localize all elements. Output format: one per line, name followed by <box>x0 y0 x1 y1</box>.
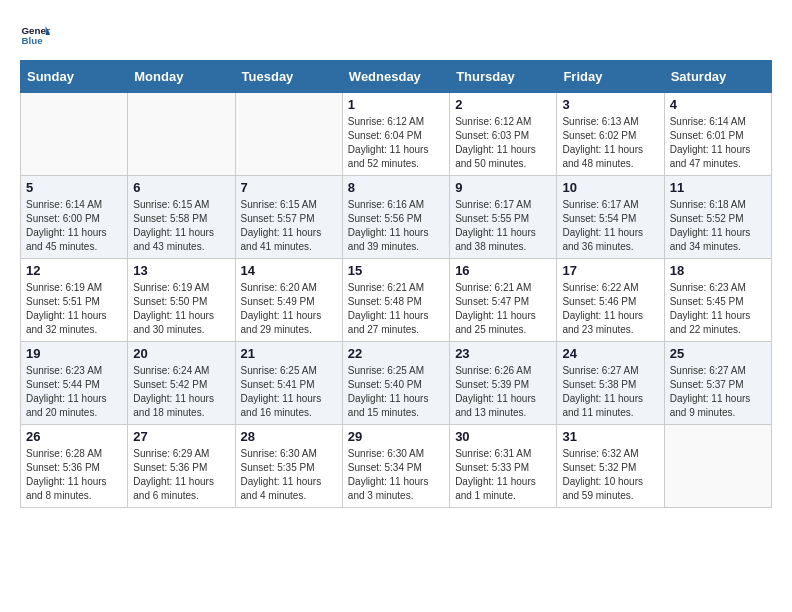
calendar-cell: 9Sunrise: 6:17 AMSunset: 5:55 PMDaylight… <box>450 176 557 259</box>
day-info: Sunrise: 6:14 AMSunset: 6:00 PMDaylight:… <box>26 198 122 254</box>
weekday-header-tuesday: Tuesday <box>235 61 342 93</box>
day-info: Sunrise: 6:23 AMSunset: 5:44 PMDaylight:… <box>26 364 122 420</box>
calendar-cell: 5Sunrise: 6:14 AMSunset: 6:00 PMDaylight… <box>21 176 128 259</box>
calendar-cell: 12Sunrise: 6:19 AMSunset: 5:51 PMDayligh… <box>21 259 128 342</box>
calendar-cell: 21Sunrise: 6:25 AMSunset: 5:41 PMDayligh… <box>235 342 342 425</box>
day-number: 16 <box>455 263 551 278</box>
logo: General Blue <box>20 20 54 50</box>
calendar-cell: 11Sunrise: 6:18 AMSunset: 5:52 PMDayligh… <box>664 176 771 259</box>
day-number: 11 <box>670 180 766 195</box>
day-number: 8 <box>348 180 444 195</box>
calendar-week-row: 1Sunrise: 6:12 AMSunset: 6:04 PMDaylight… <box>21 93 772 176</box>
calendar-cell: 29Sunrise: 6:30 AMSunset: 5:34 PMDayligh… <box>342 425 449 508</box>
day-info: Sunrise: 6:17 AMSunset: 5:55 PMDaylight:… <box>455 198 551 254</box>
weekday-header-sunday: Sunday <box>21 61 128 93</box>
day-info: Sunrise: 6:25 AMSunset: 5:40 PMDaylight:… <box>348 364 444 420</box>
calendar-header-row: SundayMondayTuesdayWednesdayThursdayFrid… <box>21 61 772 93</box>
calendar-cell: 2Sunrise: 6:12 AMSunset: 6:03 PMDaylight… <box>450 93 557 176</box>
day-number: 29 <box>348 429 444 444</box>
calendar-cell <box>235 93 342 176</box>
day-info: Sunrise: 6:15 AMSunset: 5:57 PMDaylight:… <box>241 198 337 254</box>
day-number: 15 <box>348 263 444 278</box>
day-number: 19 <box>26 346 122 361</box>
day-number: 21 <box>241 346 337 361</box>
day-number: 20 <box>133 346 229 361</box>
calendar-cell: 30Sunrise: 6:31 AMSunset: 5:33 PMDayligh… <box>450 425 557 508</box>
logo-icon: General Blue <box>20 20 50 50</box>
weekday-header-saturday: Saturday <box>664 61 771 93</box>
calendar-week-row: 12Sunrise: 6:19 AMSunset: 5:51 PMDayligh… <box>21 259 772 342</box>
calendar-cell: 23Sunrise: 6:26 AMSunset: 5:39 PMDayligh… <box>450 342 557 425</box>
calendar-cell: 15Sunrise: 6:21 AMSunset: 5:48 PMDayligh… <box>342 259 449 342</box>
day-number: 14 <box>241 263 337 278</box>
day-info: Sunrise: 6:26 AMSunset: 5:39 PMDaylight:… <box>455 364 551 420</box>
day-info: Sunrise: 6:21 AMSunset: 5:47 PMDaylight:… <box>455 281 551 337</box>
day-number: 2 <box>455 97 551 112</box>
day-number: 7 <box>241 180 337 195</box>
weekday-header-friday: Friday <box>557 61 664 93</box>
day-info: Sunrise: 6:16 AMSunset: 5:56 PMDaylight:… <box>348 198 444 254</box>
day-info: Sunrise: 6:14 AMSunset: 6:01 PMDaylight:… <box>670 115 766 171</box>
day-number: 28 <box>241 429 337 444</box>
day-info: Sunrise: 6:19 AMSunset: 5:51 PMDaylight:… <box>26 281 122 337</box>
calendar-cell <box>21 93 128 176</box>
calendar-table: SundayMondayTuesdayWednesdayThursdayFrid… <box>20 60 772 508</box>
day-number: 27 <box>133 429 229 444</box>
svg-text:Blue: Blue <box>22 35 44 46</box>
day-info: Sunrise: 6:17 AMSunset: 5:54 PMDaylight:… <box>562 198 658 254</box>
day-info: Sunrise: 6:25 AMSunset: 5:41 PMDaylight:… <box>241 364 337 420</box>
day-info: Sunrise: 6:29 AMSunset: 5:36 PMDaylight:… <box>133 447 229 503</box>
day-info: Sunrise: 6:13 AMSunset: 6:02 PMDaylight:… <box>562 115 658 171</box>
day-number: 1 <box>348 97 444 112</box>
calendar-cell: 16Sunrise: 6:21 AMSunset: 5:47 PMDayligh… <box>450 259 557 342</box>
day-info: Sunrise: 6:24 AMSunset: 5:42 PMDaylight:… <box>133 364 229 420</box>
day-number: 22 <box>348 346 444 361</box>
day-info: Sunrise: 6:30 AMSunset: 5:34 PMDaylight:… <box>348 447 444 503</box>
day-info: Sunrise: 6:22 AMSunset: 5:46 PMDaylight:… <box>562 281 658 337</box>
calendar-cell: 1Sunrise: 6:12 AMSunset: 6:04 PMDaylight… <box>342 93 449 176</box>
day-number: 17 <box>562 263 658 278</box>
day-info: Sunrise: 6:31 AMSunset: 5:33 PMDaylight:… <box>455 447 551 503</box>
day-number: 3 <box>562 97 658 112</box>
day-number: 30 <box>455 429 551 444</box>
calendar-cell: 3Sunrise: 6:13 AMSunset: 6:02 PMDaylight… <box>557 93 664 176</box>
calendar-week-row: 5Sunrise: 6:14 AMSunset: 6:00 PMDaylight… <box>21 176 772 259</box>
calendar-cell: 19Sunrise: 6:23 AMSunset: 5:44 PMDayligh… <box>21 342 128 425</box>
calendar-cell: 25Sunrise: 6:27 AMSunset: 5:37 PMDayligh… <box>664 342 771 425</box>
calendar-week-row: 19Sunrise: 6:23 AMSunset: 5:44 PMDayligh… <box>21 342 772 425</box>
day-number: 6 <box>133 180 229 195</box>
calendar-cell: 6Sunrise: 6:15 AMSunset: 5:58 PMDaylight… <box>128 176 235 259</box>
day-info: Sunrise: 6:27 AMSunset: 5:37 PMDaylight:… <box>670 364 766 420</box>
calendar-cell: 18Sunrise: 6:23 AMSunset: 5:45 PMDayligh… <box>664 259 771 342</box>
calendar-cell: 28Sunrise: 6:30 AMSunset: 5:35 PMDayligh… <box>235 425 342 508</box>
day-number: 4 <box>670 97 766 112</box>
day-number: 25 <box>670 346 766 361</box>
calendar-cell: 13Sunrise: 6:19 AMSunset: 5:50 PMDayligh… <box>128 259 235 342</box>
calendar-cell: 31Sunrise: 6:32 AMSunset: 5:32 PMDayligh… <box>557 425 664 508</box>
calendar-cell <box>664 425 771 508</box>
day-number: 9 <box>455 180 551 195</box>
calendar-week-row: 26Sunrise: 6:28 AMSunset: 5:36 PMDayligh… <box>21 425 772 508</box>
day-number: 24 <box>562 346 658 361</box>
calendar-cell: 14Sunrise: 6:20 AMSunset: 5:49 PMDayligh… <box>235 259 342 342</box>
day-info: Sunrise: 6:19 AMSunset: 5:50 PMDaylight:… <box>133 281 229 337</box>
day-number: 18 <box>670 263 766 278</box>
weekday-header-monday: Monday <box>128 61 235 93</box>
weekday-header-thursday: Thursday <box>450 61 557 93</box>
day-info: Sunrise: 6:30 AMSunset: 5:35 PMDaylight:… <box>241 447 337 503</box>
day-info: Sunrise: 6:23 AMSunset: 5:45 PMDaylight:… <box>670 281 766 337</box>
calendar-cell: 24Sunrise: 6:27 AMSunset: 5:38 PMDayligh… <box>557 342 664 425</box>
calendar-cell: 8Sunrise: 6:16 AMSunset: 5:56 PMDaylight… <box>342 176 449 259</box>
day-info: Sunrise: 6:20 AMSunset: 5:49 PMDaylight:… <box>241 281 337 337</box>
calendar-cell: 22Sunrise: 6:25 AMSunset: 5:40 PMDayligh… <box>342 342 449 425</box>
calendar-cell: 20Sunrise: 6:24 AMSunset: 5:42 PMDayligh… <box>128 342 235 425</box>
day-number: 26 <box>26 429 122 444</box>
calendar-cell: 26Sunrise: 6:28 AMSunset: 5:36 PMDayligh… <box>21 425 128 508</box>
day-number: 31 <box>562 429 658 444</box>
calendar-cell: 4Sunrise: 6:14 AMSunset: 6:01 PMDaylight… <box>664 93 771 176</box>
calendar-cell <box>128 93 235 176</box>
day-info: Sunrise: 6:32 AMSunset: 5:32 PMDaylight:… <box>562 447 658 503</box>
day-info: Sunrise: 6:18 AMSunset: 5:52 PMDaylight:… <box>670 198 766 254</box>
calendar-cell: 17Sunrise: 6:22 AMSunset: 5:46 PMDayligh… <box>557 259 664 342</box>
day-info: Sunrise: 6:15 AMSunset: 5:58 PMDaylight:… <box>133 198 229 254</box>
